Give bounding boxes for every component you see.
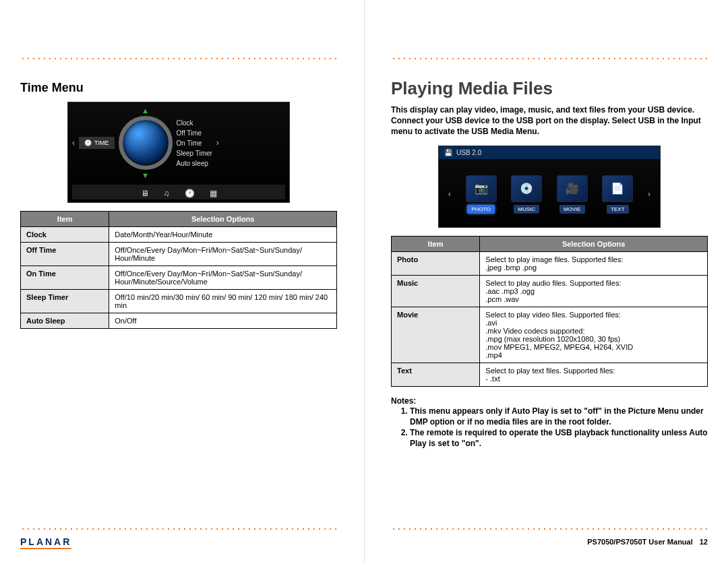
col-header-item: Item bbox=[392, 236, 480, 251]
table-row: On TimeOff/Once/Every Day/Mon~Fri/Mon~Sa… bbox=[21, 266, 337, 290]
chevron-right-icon: › bbox=[216, 138, 219, 148]
usb-item-text: 📄 TEXT bbox=[602, 175, 633, 214]
list-item: This menu appears only if Auto Play is s… bbox=[410, 406, 708, 427]
usb-item-label: MOVIE bbox=[559, 205, 585, 214]
intro-paragraph: This display can play video, image, musi… bbox=[391, 104, 708, 137]
section-heading-playing-media: Playing Media Files bbox=[391, 78, 708, 99]
col-header-options: Selection Options bbox=[480, 236, 708, 251]
clock-icon: 🕐 bbox=[185, 189, 195, 198]
monitor-icon: 🖥 bbox=[141, 189, 149, 198]
top-divider bbox=[20, 58, 337, 59]
usb-item-music: 💿 MUSIC bbox=[511, 175, 542, 214]
media-options-table: Item Selection Options PhotoSelect to pl… bbox=[391, 236, 708, 387]
table-row: MusicSelect to play audio files. Support… bbox=[392, 275, 708, 307]
osd-usb-screenshot: 💾 USB 2.0 ‹ 📷 PHOTO 💿 MUSIC 🎥 bbox=[391, 146, 708, 228]
usb-icon: 💾 bbox=[444, 149, 452, 156]
grid-icon: ▦ bbox=[210, 189, 217, 198]
chevron-right-icon: › bbox=[648, 189, 650, 199]
page-gutter bbox=[364, 0, 365, 562]
text-icon: 📄 bbox=[602, 175, 633, 202]
page-number: 12 bbox=[700, 538, 708, 546]
film-icon: 🎥 bbox=[557, 175, 588, 202]
osd-item: Clock bbox=[177, 118, 212, 128]
usb-item-photo: 📷 PHOTO bbox=[466, 175, 497, 214]
table-row: Auto SleepOn/Off bbox=[21, 313, 337, 329]
camera-icon: 📷 bbox=[466, 175, 497, 202]
page-right: Playing Media Files This display can pla… bbox=[364, 0, 728, 562]
table-row: Off TimeOff/Once/Every Day/Mon~Fri/Mon~S… bbox=[21, 243, 337, 266]
arrow-down-icon: ▼ bbox=[142, 171, 149, 179]
bottom-divider bbox=[391, 528, 708, 530]
time-options-table: Item Selection Options ClockDate/Month/Y… bbox=[20, 211, 337, 329]
osd-crumb: 🕐 TIME bbox=[79, 137, 115, 149]
table-row: Sleep TimerOff/10 min/20 min/30 min/ 60 … bbox=[21, 290, 337, 313]
table-row: MovieSelect to play video files. Support… bbox=[392, 307, 708, 363]
osd-item: Auto sleep bbox=[177, 158, 212, 168]
planar-logo: PLANAR bbox=[20, 536, 71, 547]
arrow-up-icon: ▲ bbox=[142, 106, 149, 115]
notes-heading: Notes: bbox=[391, 396, 708, 406]
usb-item-label: MUSIC bbox=[514, 205, 539, 214]
bottom-divider bbox=[20, 528, 337, 530]
list-item: The remote is required to operate the US… bbox=[410, 427, 708, 449]
osd-item: Sleep Timer bbox=[177, 148, 212, 158]
notes-list: This menu appears only if Auto Play is s… bbox=[391, 406, 708, 449]
section-heading-time-menu: Time Menu bbox=[20, 81, 337, 95]
osd-item: On Time bbox=[177, 138, 212, 148]
music-note-icon: ♫ bbox=[164, 189, 170, 198]
usb-item-label: TEXT bbox=[607, 205, 628, 214]
table-row: ClockDate/Month/Year/Hour/Minute bbox=[21, 227, 337, 243]
footer-right: PS7050/PS7050T User Manual 12 bbox=[391, 535, 708, 549]
osd-option-list: Clock Off Time On Time Sleep Timer Auto … bbox=[177, 118, 212, 168]
table-row: PhotoSelect to play image files. Support… bbox=[392, 251, 708, 275]
disc-icon: 💿 bbox=[511, 175, 542, 202]
usb-title: USB 2.0 bbox=[456, 149, 481, 156]
usb-item-label: PHOTO bbox=[467, 205, 494, 214]
col-header-options: Selection Options bbox=[109, 212, 337, 227]
top-divider bbox=[391, 58, 708, 59]
chevron-left-icon: ‹ bbox=[72, 138, 75, 148]
chevron-left-icon: ‹ bbox=[448, 189, 451, 199]
table-row: TextSelect to play text files. Supported… bbox=[392, 363, 708, 386]
analog-clock-icon bbox=[119, 116, 173, 170]
footer-left: PLANAR bbox=[20, 535, 337, 549]
usb-item-movie: 🎥 MOVIE bbox=[557, 175, 588, 214]
doc-title: PS7050/PS7050T User Manual bbox=[587, 538, 693, 546]
col-header-item: Item bbox=[21, 212, 109, 227]
page-left: Time Menu ‹ 🕐 TIME ▲ ▼ C bbox=[0, 0, 364, 562]
manual-spread: Time Menu ‹ 🕐 TIME ▲ ▼ C bbox=[0, 0, 728, 562]
osd-crumb-label: TIME bbox=[94, 139, 109, 146]
clock-small-icon: 🕐 bbox=[84, 139, 92, 146]
osd-time-screenshot: ‹ 🕐 TIME ▲ ▼ Clock Off Time On Tim bbox=[20, 102, 337, 203]
osd-item: Off Time bbox=[177, 128, 212, 138]
